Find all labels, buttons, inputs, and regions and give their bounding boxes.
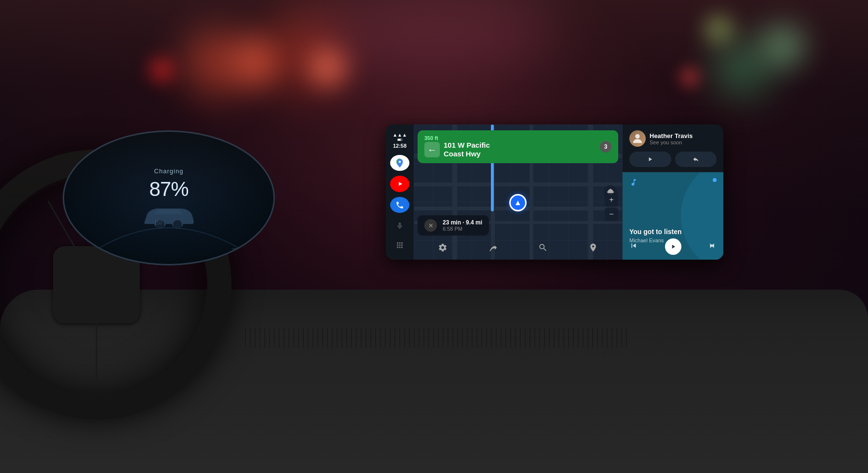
apps-icon-button[interactable] [390,237,409,253]
map-route-button[interactable] [488,243,498,255]
nav-badge: 3 [600,141,611,153]
music-app-icon [629,178,638,189]
eta-panel: ✕ 23 min · 9.4 mi 6:58 PM [418,215,489,236]
contact-message: See you soon [650,139,693,145]
contact-info: Heather Travis See you soon [650,132,693,145]
zoom-in-button[interactable]: + [605,193,618,207]
maps-icon-button[interactable] [390,155,409,171]
svg-text:250: 250 [231,248,240,253]
contact-avatar [629,130,646,147]
youtube-icon-button[interactable] [390,176,409,192]
music-indicator-dot [713,178,717,182]
battery-icon [397,139,402,141]
sidebar: ▲▲▲ 12:58 [386,125,414,260]
map-area[interactable]: 350 ft ← 101 W Pacific Coast Hwy 3 ✕ [414,125,622,260]
contact-reply-button[interactable] [675,152,717,167]
music-controls [629,238,717,255]
map-settings-button[interactable] [438,243,448,255]
nav-street-line2: Coast Hwy [444,150,490,158]
nav-street-line1: 101 W Pacific [444,141,490,150]
wheel-spoke-top [96,285,97,381]
music-play-button[interactable] [665,238,681,255]
current-location-dot: ▲ [509,194,527,211]
dashboard-vent [241,328,627,348]
svg-point-7 [635,134,639,139]
eta-arrival-time: 6:58 PM [443,226,482,232]
zoom-out-button[interactable]: − [605,208,618,221]
signal-icon: ▲▲▲ [393,132,407,138]
cluster-gauge: 0 150 250 [87,216,251,254]
contact-name: Heather Travis [650,132,693,139]
zoom-controls: + − [605,193,618,221]
phone-icon-button[interactable] [390,197,409,213]
music-card: You got to listen Michael Evans [623,172,723,260]
music-title: You got to listen [629,228,682,236]
status-bar: ▲▲▲ 12:58 [386,129,414,152]
contact-card: Heather Travis See you soon [623,125,723,172]
svg-text:150: 150 [154,220,163,225]
svg-text:0: 0 [96,248,99,253]
music-next-button[interactable] [708,241,717,252]
contact-header: Heather Travis See you soon [629,130,717,147]
contact-actions [629,152,717,167]
background-scene: Charging 87% 0 150 250 ▲▲▲ 12 [0,0,868,473]
infotainment-screen: ▲▲▲ 12:58 [386,125,723,260]
right-panel: Heather Travis See you soon [622,125,723,260]
map-pin-button[interactable] [588,243,598,255]
navigation-banner: 350 ft ← 101 W Pacific Coast Hwy 3 [418,130,618,163]
map-search-button[interactable] [538,243,548,255]
eta-close-button[interactable]: ✕ [424,219,437,232]
music-prev-button[interactable] [629,241,638,252]
status-time: 12:58 [393,143,407,149]
eta-duration: 23 min · 9.4 mi [443,219,482,226]
contact-play-button[interactable] [629,152,671,167]
mic-icon-button[interactable] [390,218,409,234]
nav-direction-arrow: ← [424,142,440,157]
nav-distance: 350 ft [424,135,490,141]
map-controls [418,243,618,255]
